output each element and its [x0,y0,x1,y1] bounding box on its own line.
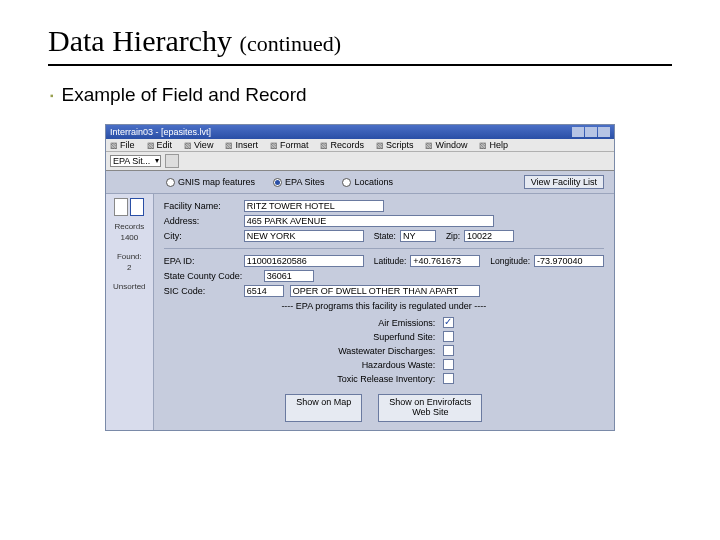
form-divider [164,248,604,249]
state-field[interactable]: NY [400,230,436,242]
state-label: State: [374,231,396,241]
sic-code-label: SIC Code: [164,286,244,296]
menu-bar: File Edit View Insert Format Records Scr… [106,139,614,152]
county-code-field[interactable]: 36061 [264,270,314,282]
wastewater-label: Wastewater Discharges: [313,346,443,356]
form-area: Facility Name: RITZ TOWER HOTEL Address:… [154,194,614,430]
radio-epa[interactable]: EPA Sites [273,177,324,187]
facility-name-label: Facility Name: [164,201,244,211]
menu-records[interactable]: Records [320,140,364,150]
screenshot-window: Interrain03 - [epasites.lvt] File Edit V… [105,124,615,431]
show-on-web-line2: Web Site [412,407,448,417]
show-on-web-button[interactable]: Show on EnvirofactsWeb Site [378,394,482,422]
longitude-field[interactable]: -73.970040 [534,255,604,267]
show-on-web-line1: Show on Envirofacts [389,397,471,407]
city-label: City: [164,231,244,241]
address-field[interactable]: 465 PARK AVENUE [244,215,494,227]
air-emissions-checkbox[interactable] [443,317,454,328]
city-field[interactable]: NEW YORK [244,230,364,242]
maximize-icon[interactable] [585,127,597,137]
layer-radio-row: GNIS map features EPA Sites Locations Vi… [106,171,614,194]
sort-status: Unsorted [108,282,151,291]
radio-gnis[interactable]: GNIS map features [166,177,255,187]
hazwaste-label: Hazardous Waste: [313,360,443,370]
tri-checkbox[interactable] [443,373,454,384]
superfund-checkbox[interactable] [443,331,454,342]
show-on-map-button[interactable]: Show on Map [285,394,362,422]
record-thumb-icon[interactable] [130,198,144,216]
wastewater-checkbox[interactable] [443,345,454,356]
toolbar-icon[interactable] [165,154,179,168]
radio-dot-icon [273,178,282,187]
epaid-field[interactable]: 110001620586 [244,255,364,267]
hazwaste-checkbox[interactable] [443,359,454,370]
window-title: Interrain03 - [epasites.lvt] [110,127,211,137]
sic-code-field[interactable]: 6514 [244,285,284,297]
sic-desc-field[interactable]: OPER OF DWELL OTHER THAN APART [290,285,480,297]
zip-label: Zip: [446,231,460,241]
close-icon[interactable] [598,127,610,137]
air-emissions-label: Air Emissions: [313,318,443,328]
radio-locations[interactable]: Locations [342,177,393,187]
slide-title: Data Hierarchy (continued) [48,24,672,58]
menu-help[interactable]: Help [479,140,508,150]
radio-gnis-label: GNIS map features [178,177,255,187]
found-label: Found: [108,252,151,261]
slide-subtitle: Example of Field and Record [50,84,672,106]
menu-insert[interactable]: Insert [225,140,258,150]
programs-header: ---- EPA programs this facility is regul… [164,301,604,311]
minimize-icon[interactable] [572,127,584,137]
records-count: 1400 [108,233,151,242]
record-sidebar: Records 1400 Found: 2 Unsorted [106,194,154,430]
radio-dot-icon [166,178,175,187]
record-thumb-icon[interactable] [114,198,128,216]
layer-select[interactable]: EPA Sit... [110,155,161,167]
latitude-field[interactable]: +40.761673 [410,255,480,267]
view-facility-list-button[interactable]: View Facility List [524,175,604,189]
records-label: Records [108,222,151,231]
menu-format[interactable]: Format [270,140,309,150]
tri-label: Toxic Release Inventory: [313,374,443,384]
address-label: Address: [164,216,244,226]
title-bar: Interrain03 - [epasites.lvt] [106,125,614,139]
title-continued: (continued) [240,31,341,56]
zip-field[interactable]: 10022 [464,230,514,242]
title-divider [48,64,672,66]
window-controls [572,127,610,137]
title-main: Data Hierarchy [48,24,232,57]
longitude-label: Longitude: [490,256,530,266]
facility-name-field[interactable]: RITZ TOWER HOTEL [244,200,384,212]
latitude-label: Latitude: [374,256,407,266]
menu-scripts[interactable]: Scripts [376,140,414,150]
radio-dot-icon [342,178,351,187]
superfund-label: Superfund Site: [313,332,443,342]
found-count: 2 [108,263,151,272]
radio-epa-label: EPA Sites [285,177,324,187]
menu-view[interactable]: View [184,140,213,150]
menu-edit[interactable]: Edit [147,140,173,150]
window-body: Records 1400 Found: 2 Unsorted Facility … [106,194,614,430]
county-code-label: State County Code: [164,271,264,281]
menu-window[interactable]: Window [425,140,467,150]
radio-locations-label: Locations [354,177,393,187]
epaid-label: EPA ID: [164,256,244,266]
menu-file[interactable]: File [110,140,135,150]
toolbar: EPA Sit... [106,152,614,171]
